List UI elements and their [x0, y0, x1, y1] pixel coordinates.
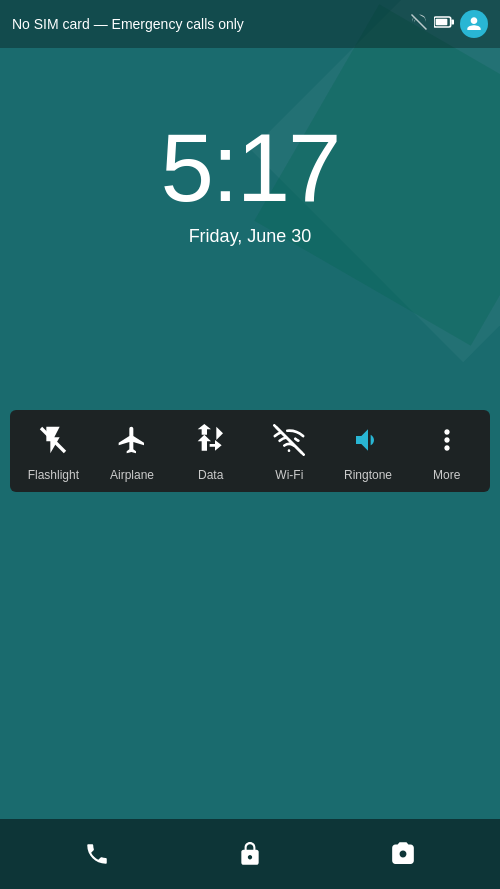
ringtone-label: Ringtone [344, 468, 392, 482]
more-label: More [433, 468, 460, 482]
more-button[interactable]: More [407, 418, 486, 482]
more-icon-wrap [425, 418, 469, 462]
user-avatar [460, 10, 488, 38]
flashlight-label: Flashlight [28, 468, 79, 482]
flashlight-button[interactable]: Flashlight [14, 418, 93, 482]
lock-button[interactable] [225, 829, 275, 879]
airplane-icon-wrap [110, 418, 154, 462]
clock-area: 5:17 Friday, June 30 [0, 120, 500, 247]
svg-rect-2 [436, 19, 448, 26]
wifi-icon [273, 424, 305, 456]
no-signal-icon [410, 13, 428, 35]
battery-icon [434, 14, 454, 34]
camera-button[interactable] [378, 829, 428, 879]
ringtone-icon [352, 424, 384, 456]
data-button[interactable]: Data [171, 418, 250, 482]
status-text: No SIM card — Emergency calls only [12, 16, 410, 32]
bottom-bar [0, 819, 500, 889]
quick-actions-bar: Flashlight Airplane Data Wi-Fi [10, 410, 490, 492]
flashlight-icon [37, 424, 69, 456]
clock-time: 5:17 [161, 120, 340, 216]
data-icon-wrap [189, 418, 233, 462]
ringtone-button[interactable]: Ringtone [329, 418, 408, 482]
airplane-label: Airplane [110, 468, 154, 482]
ringtone-icon-wrap [346, 418, 390, 462]
airplane-button[interactable]: Airplane [93, 418, 172, 482]
data-label: Data [198, 468, 223, 482]
data-icon [195, 424, 227, 456]
svg-rect-3 [452, 20, 455, 25]
airplane-icon [116, 424, 148, 456]
status-icons [410, 10, 488, 38]
clock-date: Friday, June 30 [189, 226, 312, 247]
wifi-icon-wrap [267, 418, 311, 462]
wifi-label: Wi-Fi [275, 468, 303, 482]
wifi-button[interactable]: Wi-Fi [250, 418, 329, 482]
phone-button[interactable] [72, 829, 122, 879]
more-icon [431, 424, 463, 456]
flashlight-icon-wrap [31, 418, 75, 462]
status-bar: No SIM card — Emergency calls only [0, 0, 500, 48]
